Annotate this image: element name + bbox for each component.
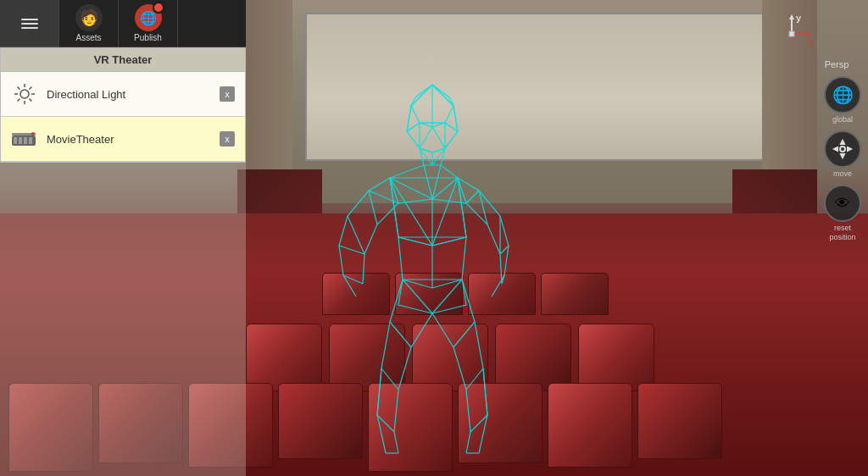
persp-label: Persp [815,59,858,69]
notification-badge [156,1,165,10]
svg-rect-70 [789,31,794,36]
x-axis-label: x [808,36,813,47]
directional-light-label: Directional Light [47,88,211,101]
hamburger-icon [21,19,38,29]
svg-line-58 [18,99,20,102]
directional-light-item[interactable]: Directional Light x [1,72,245,117]
svg-line-15 [424,165,432,199]
move-label: move [833,169,852,178]
svg-point-50 [20,90,29,98]
movie-theater-icon [11,125,38,152]
svg-marker-7 [445,123,458,148]
toolbar: 🧑 Assets 🌐 Publish [0,0,246,47]
move-button[interactable] [824,130,861,168]
svg-line-57 [30,87,32,90]
svg-point-71 [840,147,845,152]
reset-position-button-container: 👁 resetposition [824,185,861,242]
svg-rect-60 [14,137,17,144]
svg-marker-8 [420,127,445,152]
assets-label: Assets [75,33,101,42]
hamburger-menu-button[interactable] [0,0,59,47]
movie-theater-close-button[interactable]: x [220,131,235,147]
svg-marker-1 [411,85,432,106]
publish-icon: 🌐 [135,4,162,31]
movie-theater-label: MovieTheater [47,133,211,146]
svg-marker-72 [841,141,844,144]
directional-light-close-button[interactable]: x [220,86,235,102]
svg-line-55 [18,87,20,90]
svg-rect-61 [19,137,22,144]
svg-line-40 [453,322,475,347]
svg-line-19 [369,191,377,224]
publish-button[interactable]: 🌐 Publish [119,0,178,47]
svg-rect-62 [24,137,27,144]
svg-line-56 [30,99,32,102]
assets-icon: 🧑 [75,4,103,31]
svg-line-44 [377,368,381,415]
move-button-container: move [824,130,861,178]
panel-title: VR Theater [1,48,245,72]
svg-marker-74 [834,147,837,151]
global-button-container: 🌐 global [824,76,861,124]
scene-panel: VR Theater Directional Light x [0,47,246,163]
svg-marker-75 [848,147,851,151]
svg-line-34 [403,280,432,313]
svg-marker-67 [789,14,794,19]
svg-line-36 [390,322,411,347]
svg-marker-73 [841,154,844,158]
reset-position-button[interactable]: 👁 [824,185,861,222]
svg-marker-2 [432,85,453,106]
svg-line-42 [470,415,487,432]
svg-line-16 [432,165,441,199]
svg-line-38 [377,415,394,432]
viewport: 🧑 Assets 🌐 Publish VR Theater [0,0,868,476]
svg-line-35 [432,280,462,313]
assets-button[interactable]: 🧑 Assets [59,0,119,47]
svg-rect-63 [29,137,32,144]
global-label: global [832,115,853,124]
svg-marker-14 [390,165,466,203]
movie-theater-item[interactable]: MovieTheater x [1,117,245,162]
svg-line-32 [458,178,466,237]
reset-label: resetposition [829,224,855,242]
svg-line-45 [483,368,487,415]
svg-line-21 [339,246,364,254]
svg-line-20 [348,216,364,254]
directional-light-icon [11,80,38,108]
svg-point-65 [31,132,35,136]
global-button[interactable]: 🌐 [824,76,861,113]
axis-indicator: y x [771,13,813,55]
svg-line-37 [381,368,398,390]
y-axis-label: y [796,13,801,23]
svg-marker-6 [407,123,420,148]
svg-line-31 [390,178,398,237]
wireframe-figure [288,68,576,457]
svg-marker-27 [390,178,466,246]
publish-label: Publish [134,33,162,42]
svg-line-41 [466,368,483,390]
